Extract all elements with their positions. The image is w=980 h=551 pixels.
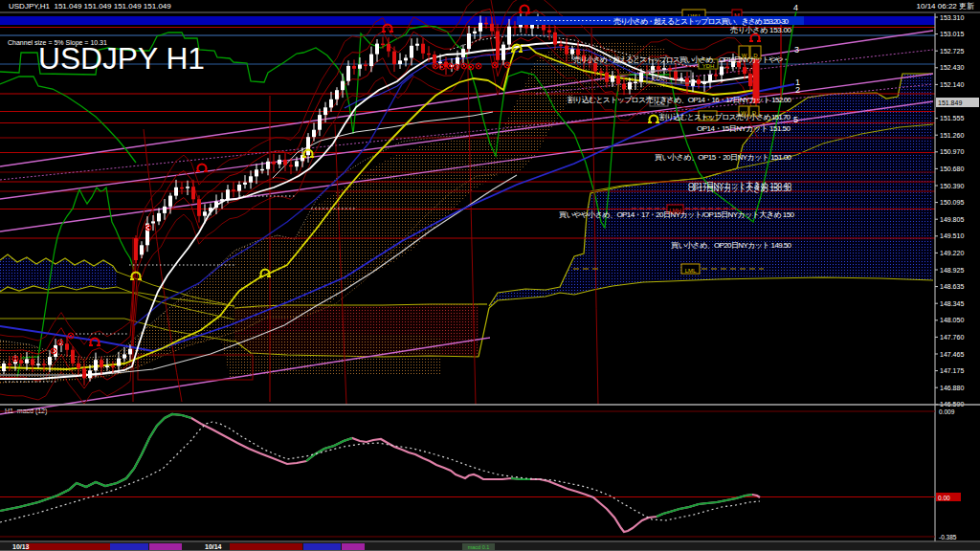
svg-text:2: 2 [795,85,800,95]
svg-text:LML: LML [685,268,697,274]
svg-text:買いやや小さめ、OP14・17・20日NYカット/OP15日: 買いやや小さめ、OP14・17・20日NYカット/OP15日NYカット大きめ 1… [559,210,795,219]
svg-text:USDJPY H1: USDJPY H1 [38,41,205,76]
svg-text:148.635: 148.635 [940,283,964,290]
svg-text:151.849: 151.849 [938,99,962,106]
svg-text:148.925: 148.925 [940,267,964,274]
svg-text:147.175: 147.175 [940,367,964,374]
svg-text:3: 3 [794,45,799,55]
svg-text:OP17日NYカット大きめ 150.30: OP17日NYカット大きめ 150.30 [688,185,792,193]
svg-text:150.680: 150.680 [940,165,964,172]
svg-text:10/13: 10/13 [12,543,30,550]
svg-text:147.465: 147.465 [940,351,964,358]
svg-text:0.009: 0.009 [939,408,955,415]
svg-text:10/14: 10/14 [205,543,222,550]
svg-text:売り小さめ・超えるとストップロス買い小さめ、OP16日NYカ: 売り小さめ・超えるとストップロス買い小さめ、OP16日NYカットやや・ [573,55,790,64]
svg-text:YDC: YDC [652,75,666,81]
svg-text:151.260: 151.260 [940,132,964,139]
svg-text:0.00: 0.00 [938,495,950,501]
svg-text:割り込むとストップロス売りきさめ、OP14・16・17日NY: 割り込むとストップロス売りきさめ、OP14・16・17日NYカット 152.00 [568,96,792,104]
svg-text:149.510: 149.510 [940,232,964,239]
svg-text:148.050: 148.050 [940,317,964,323]
svg-text:150.095: 150.095 [940,199,964,206]
svg-text:-0.385: -0.385 [939,534,957,540]
svg-text:150.970: 150.970 [940,148,964,155]
svg-text:153.015: 153.015 [940,31,964,37]
svg-text:OP14・15日NYカット 151.50: OP14・15日NYカット 151.50 [697,124,791,133]
svg-text:売り小さめ・超えるとストップロス買い、きさめ 153.20-: 売り小さめ・超えるとストップロス買い、きさめ 153.20-30 [613,17,790,26]
svg-text:147.760: 147.760 [940,334,964,341]
svg-text:割り込むとストップロス売り小さめ 151.70: 割り込むとストップロス売り小さめ 151.70 [659,113,791,121]
svg-text:USDJPY,H1 151.049 151.049 151: USDJPY,H1 151.049 151.049 151.049 151.04… [9,2,171,11]
svg-text:146.880: 146.880 [940,385,964,391]
svg-text:10/14 06:22 更新: 10/14 06:22 更新 [917,2,974,11]
svg-text:買い小さめ、OP15・20日NYカット 151.00: 買い小さめ、OP15・20日NYカット 151.00 [655,153,792,162]
svg-text:152.725: 152.725 [940,48,964,55]
svg-text:150.390: 150.390 [940,183,964,189]
svg-text:151.555: 151.555 [940,115,964,121]
svg-text:152.430: 152.430 [940,64,964,71]
svg-text:149.805: 149.805 [940,216,964,223]
svg-text:148.345: 148.345 [940,300,964,307]
svg-text:149.220: 149.220 [940,250,964,256]
svg-text:macd 0.1: macd 0.1 [468,544,490,550]
svg-text:5: 5 [793,115,798,124]
svg-text:売り小さめ 153.00: 売り小さめ 153.00 [730,26,792,34]
svg-text:152.140: 152.140 [940,81,964,88]
svg-text:4: 4 [793,3,798,12]
svg-text:153.310: 153.310 [940,14,964,21]
svg-text:買い小さめ、OP20日NYカット 149.50: 買い小さめ、OP20日NYカット 149.50 [671,241,792,250]
